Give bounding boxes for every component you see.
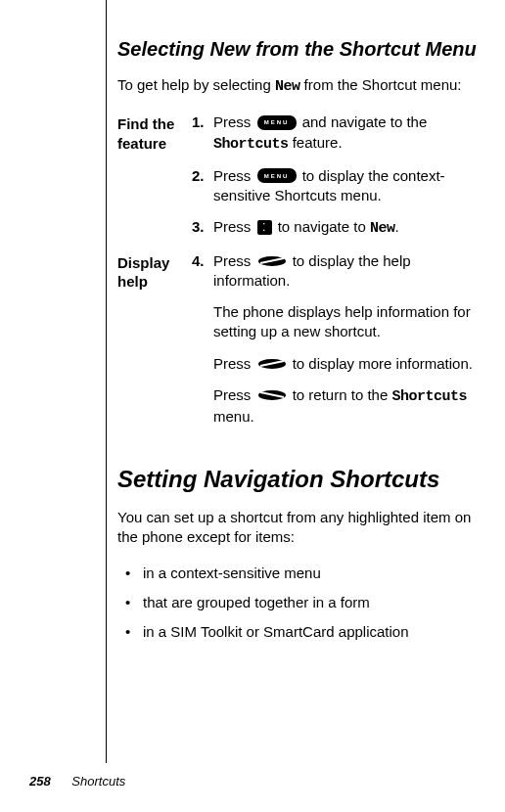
step-4-ex2-b: to display more information. xyxy=(289,355,473,372)
right-softkey-icon xyxy=(257,357,287,371)
step-3: 3. Press ⁚ to navigate to New. xyxy=(192,217,478,239)
vertical-divider xyxy=(106,0,107,763)
right-softkey-icon xyxy=(257,254,287,268)
step-1-mono: Shortcuts xyxy=(213,136,289,153)
intro-paragraph-2: You can set up a shortcut from any highl… xyxy=(117,508,478,548)
steps-table: Find the feature 1. Press MENU and navig… xyxy=(117,113,478,438)
step-3-text-a: Press xyxy=(213,218,255,235)
intro1-text-b: from the Shortcut menu: xyxy=(299,76,461,93)
step-4-ex3-mono: Shortcuts xyxy=(391,388,467,405)
list-item: in a SIM Toolkit or SmartCard applicatio… xyxy=(125,622,478,642)
find-label: Find the feature xyxy=(117,113,192,250)
footer-section-name: Shortcuts xyxy=(71,774,125,789)
page-footer: 258 Shortcuts xyxy=(29,774,125,789)
step-3-text-c: . xyxy=(394,218,398,235)
menu-key-icon: MENU xyxy=(257,115,297,130)
intro1-mono: New xyxy=(275,78,300,95)
menu-key-icon: MENU xyxy=(257,168,297,183)
nav-key-icon: ⁚ xyxy=(257,220,272,235)
intro1-text-a: To get help by selecting xyxy=(117,76,275,93)
exception-list: in a context-sensitive menu that are gro… xyxy=(125,564,478,643)
find-steps-list: 1. Press MENU and navigate to the Shortc… xyxy=(192,113,478,239)
display-steps-list: 4. Press to display the help information… xyxy=(192,251,478,292)
display-label: Display help xyxy=(117,251,192,439)
step-2: 2. Press MENU to display the context-sen… xyxy=(192,166,478,206)
left-softkey-icon xyxy=(257,388,287,402)
step-4: 4. Press to display the help information… xyxy=(192,251,478,292)
step-1: 1. Press MENU and navigate to the Shortc… xyxy=(192,113,478,155)
step-4-ex2-a: Press xyxy=(213,355,255,372)
step-1-number: 1. xyxy=(192,113,213,132)
step-2-number: 2. xyxy=(192,166,213,186)
list-item: that are grouped together in a form xyxy=(125,593,478,612)
step-4-ex3-a: Press xyxy=(213,386,255,403)
page-number: 258 xyxy=(29,774,51,789)
step-1-text-a: Press xyxy=(213,113,255,130)
intro-paragraph-1: To get help by selecting New from the Sh… xyxy=(117,75,478,97)
step-4-ex3-c: menu. xyxy=(213,408,254,425)
step-1-text-c: feature. xyxy=(289,134,343,151)
section-heading: Setting Navigation Shortcuts xyxy=(117,466,478,494)
step-3-text-b: to navigate to xyxy=(274,218,370,235)
step-2-text-a: Press xyxy=(213,167,255,184)
step-4-number: 4. xyxy=(192,251,213,271)
step-3-mono: New xyxy=(370,220,395,237)
step-4-text-a: Press xyxy=(213,252,255,269)
subsection-heading: Selecting New from the Shortcut Menu xyxy=(117,37,478,62)
step-1-text-b: and navigate to the xyxy=(298,113,428,130)
step-4-ex3-b: to return to the xyxy=(289,386,392,403)
step-4-extra-1: The phone displays help information for … xyxy=(213,302,478,342)
step-4-extra-2: Press to display more information. xyxy=(213,354,478,374)
step-4-extra-3: Press to return to the Shortcuts menu. xyxy=(213,385,478,428)
list-item: in a context-sensitive menu xyxy=(125,564,478,583)
step-3-number: 3. xyxy=(192,217,213,237)
